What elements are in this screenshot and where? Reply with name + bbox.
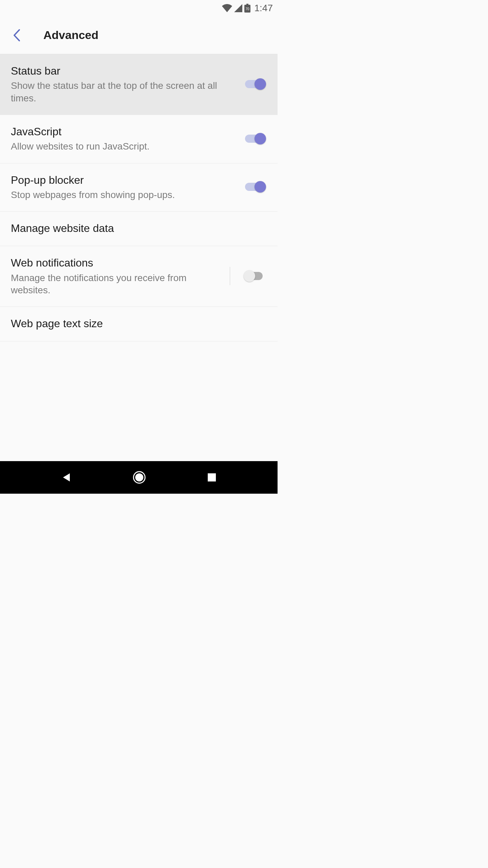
- setting-text: JavaScript Allow websites to run JavaScr…: [11, 124, 238, 153]
- setting-subtitle: Show the status bar at the top of the sc…: [11, 80, 218, 104]
- page-title: Advanced: [43, 28, 99, 42]
- setting-text: Web page text size: [11, 316, 267, 331]
- circle-home-icon: [133, 471, 146, 484]
- svg-rect-0: [246, 4, 248, 5]
- navigation-bar: [0, 461, 278, 494]
- divider: [230, 267, 230, 285]
- setting-text: Pop-up blocker Stop webpages from showin…: [11, 173, 238, 201]
- nav-recent-button[interactable]: [207, 473, 217, 482]
- svg-rect-5: [208, 473, 216, 481]
- setting-title: Status bar: [11, 64, 238, 78]
- setting-subtitle: Stop webpages from showing pop-ups.: [11, 189, 218, 201]
- chevron-left-icon: [13, 29, 20, 42]
- setting-title: Pop-up blocker: [11, 173, 238, 188]
- wifi-icon: [222, 4, 232, 12]
- triangle-back-icon: [61, 472, 72, 483]
- nav-home-button[interactable]: [133, 471, 146, 484]
- status-time: 1:47: [255, 3, 273, 14]
- setting-text: Status bar Show the status bar at the to…: [11, 64, 238, 104]
- toggle-status-bar[interactable]: [245, 78, 267, 91]
- system-status-bar: 70 1:47: [0, 0, 278, 16]
- setting-row-web-notifications[interactable]: Web notifications Manage the notificatio…: [0, 246, 278, 307]
- setting-row-popup-blocker[interactable]: Pop-up blocker Stop webpages from showin…: [0, 163, 278, 212]
- setting-title: Manage website data: [11, 221, 267, 236]
- battery-icon: 70: [244, 4, 250, 13]
- cellular-signal-icon: [234, 4, 242, 12]
- setting-text: Manage website data: [11, 221, 267, 236]
- toggle-popup-blocker[interactable]: [245, 180, 267, 193]
- setting-text: Web notifications Manage the notificatio…: [11, 256, 230, 296]
- setting-subtitle: Allow websites to run JavaScript.: [11, 140, 218, 153]
- svg-text:70: 70: [245, 7, 249, 11]
- svg-point-4: [135, 473, 143, 481]
- setting-row-javascript[interactable]: JavaScript Allow websites to run JavaScr…: [0, 115, 278, 163]
- back-button[interactable]: [10, 29, 23, 42]
- square-recent-icon: [207, 473, 217, 482]
- nav-back-button[interactable]: [61, 472, 72, 483]
- setting-subtitle: Manage the notifications you receive fro…: [11, 272, 218, 297]
- setting-title: JavaScript: [11, 124, 238, 139]
- setting-title: Web notifications: [11, 256, 230, 270]
- app-bar: Advanced: [0, 16, 278, 54]
- toggle-javascript[interactable]: [245, 132, 267, 145]
- setting-row-status-bar[interactable]: Status bar Show the status bar at the to…: [0, 54, 278, 115]
- setting-row-web-page-text-size[interactable]: Web page text size: [0, 307, 278, 341]
- setting-title: Web page text size: [11, 316, 267, 331]
- setting-row-manage-website-data[interactable]: Manage website data: [0, 212, 278, 246]
- toggle-web-notifications[interactable]: [245, 270, 267, 282]
